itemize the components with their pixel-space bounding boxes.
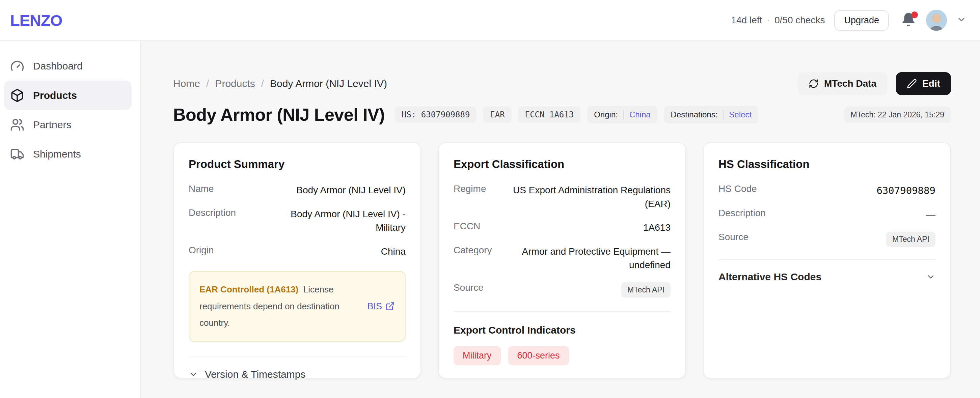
- source-row: Source MTech API: [719, 232, 935, 247]
- row-label: HS Code: [719, 184, 757, 194]
- ear-badge: EAR: [483, 106, 511, 123]
- version-timestamps-accordion[interactable]: Version & Timestamps: [189, 369, 406, 380]
- breadcrumb-home[interactable]: Home: [173, 78, 200, 89]
- description-row: Description Body Armor (NIJ Level IV) - …: [189, 208, 406, 235]
- users-icon: [10, 118, 24, 132]
- indicators-heading: Export Control Indicators: [453, 325, 671, 336]
- title-row: Body Armor (NIJ Level IV) HS: 6307909889…: [173, 105, 951, 125]
- indicator-badge-600-series: 600-series: [508, 346, 569, 365]
- breadcrumb-separator: /: [261, 78, 264, 89]
- chevron-down-icon: [189, 369, 198, 379]
- mtech-data-button[interactable]: MTech Data: [798, 72, 887, 95]
- row-value: 1A613: [643, 221, 671, 235]
- edit-label: Edit: [922, 78, 940, 89]
- truck-icon: [10, 147, 24, 161]
- destinations-label: Destinations:: [671, 110, 718, 119]
- dot-separator: ·: [767, 15, 770, 25]
- category-row: Category Armor and Protective Equipment …: [453, 245, 671, 272]
- breadcrumb-row: Home / Products / Body Armor (NIJ Level …: [173, 72, 951, 95]
- indicator-badge-military: Military: [453, 346, 501, 365]
- external-link-icon: [385, 301, 395, 311]
- card-divider: [453, 311, 671, 312]
- sidebar-item-label: Partners: [33, 119, 71, 130]
- row-value: Armor and Protective Equipment — undefin…: [514, 245, 671, 272]
- breadcrumb-products[interactable]: Products: [215, 78, 255, 89]
- row-value: Body Armor (NIJ Level IV): [296, 184, 406, 197]
- chevron-down-icon: [926, 272, 935, 282]
- card-divider: [189, 357, 406, 357]
- destinations-select-link[interactable]: Select: [729, 110, 751, 119]
- bis-link-label: BIS: [367, 301, 382, 312]
- pencil-icon: [907, 79, 917, 89]
- row-label: Origin: [189, 245, 214, 256]
- row-value: —: [926, 208, 935, 222]
- mtech-data-label: MTech Data: [824, 78, 877, 89]
- warning-text: EAR Controlled (1A613) License requireme…: [199, 281, 340, 331]
- hs-code-badge: HS: 6307909889: [395, 106, 477, 123]
- sidebar-item-partners[interactable]: Partners: [4, 110, 132, 139]
- export-classification-card: Export Classification Regime US Export A…: [438, 142, 686, 379]
- user-avatar[interactable]: [926, 10, 947, 31]
- indicators-row: Military 600-series: [453, 346, 671, 365]
- origin-row: Origin China: [189, 245, 406, 259]
- mtech-timestamp-badge: MTech: 22 Jan 2026, 15:29: [844, 106, 951, 123]
- breadcrumb: Home / Products / Body Armor (NIJ Level …: [173, 78, 387, 89]
- name-row: Name Body Armor (NIJ Level IV): [189, 184, 406, 197]
- source-badge: MTech API: [886, 232, 935, 247]
- origin-badge: Origin: China: [587, 106, 657, 124]
- sidebar-item-dashboard[interactable]: Dashboard: [4, 51, 132, 81]
- trial-days-left: 14d left: [731, 15, 762, 25]
- cards-grid: Product Summary Name Body Armor (NIJ Lev…: [173, 142, 951, 379]
- row-value: China: [381, 245, 406, 259]
- notification-dot: [911, 11, 918, 18]
- bis-link[interactable]: BIS: [367, 301, 395, 312]
- accordion-label: Version & Timestamps: [205, 369, 305, 380]
- sidebar: Dashboard Products Partners Shipments: [0, 41, 141, 398]
- topbar: LENZO 14d left · 0/50 checks Upgrade: [0, 0, 980, 41]
- row-label: Description: [189, 208, 236, 218]
- upgrade-button[interactable]: Upgrade: [834, 10, 889, 31]
- hs-classification-card: HS Classification HS Code 6307909889 Des…: [703, 142, 951, 379]
- row-label: Description: [719, 208, 766, 219]
- row-label: ECCN: [453, 221, 480, 232]
- card-title: Product Summary: [189, 158, 406, 171]
- card-title: HS Classification: [719, 158, 935, 171]
- edit-button[interactable]: Edit: [896, 72, 951, 95]
- eccn-badge: ECCN 1A613: [519, 106, 581, 123]
- chip-divider: [723, 109, 724, 120]
- chip-divider: [623, 109, 624, 120]
- origin-value-link[interactable]: China: [629, 110, 651, 119]
- accordion-label: Alternative HS Codes: [719, 271, 821, 283]
- ear-warning-box: EAR Controlled (1A613) License requireme…: [189, 271, 406, 341]
- sidebar-item-label: Products: [33, 90, 77, 101]
- row-value: 6307909889: [877, 184, 935, 198]
- gauge-icon: [10, 59, 24, 73]
- warning-strong: EAR Controlled (1A613): [199, 284, 303, 295]
- destinations-badge: Destinations: Select: [664, 106, 758, 124]
- row-label: Name: [189, 184, 214, 194]
- source-badge: MTech API: [621, 282, 671, 298]
- card-title: Export Classification: [453, 158, 671, 171]
- hs-code-row: HS Code 6307909889: [719, 184, 935, 198]
- topbar-right: 14d left · 0/50 checks Upgrade: [731, 10, 967, 31]
- notifications-button[interactable]: [901, 12, 916, 29]
- sidebar-item-shipments[interactable]: Shipments: [4, 139, 132, 169]
- user-menu-caret[interactable]: [956, 14, 967, 26]
- breadcrumb-separator: /: [206, 78, 209, 89]
- refresh-icon: [808, 79, 819, 89]
- row-value: Body Armor (NIJ Level IV) - Military: [284, 208, 406, 235]
- breadcrumb-current: Body Armor (NIJ Level IV): [270, 78, 387, 89]
- avatar-image: [926, 10, 947, 31]
- trial-info: 14d left · 0/50 checks: [731, 15, 825, 25]
- checks-count: 0/50 checks: [775, 15, 825, 25]
- title-badges: HS: 6307909889 EAR ECCN 1A613 Origin: Ch…: [395, 106, 758, 124]
- product-summary-card: Product Summary Name Body Armor (NIJ Lev…: [173, 142, 421, 379]
- row-value: US Export Administration Regulations (EA…: [497, 184, 671, 211]
- sidebar-item-label: Dashboard: [33, 60, 83, 72]
- alternative-hs-codes-accordion[interactable]: Alternative HS Codes: [719, 271, 935, 283]
- description-row: Description —: [719, 208, 935, 222]
- chevron-down-icon: [956, 14, 967, 25]
- sidebar-item-products[interactable]: Products: [4, 81, 132, 110]
- card-divider: [719, 259, 935, 260]
- app-logo: LENZO: [10, 11, 62, 30]
